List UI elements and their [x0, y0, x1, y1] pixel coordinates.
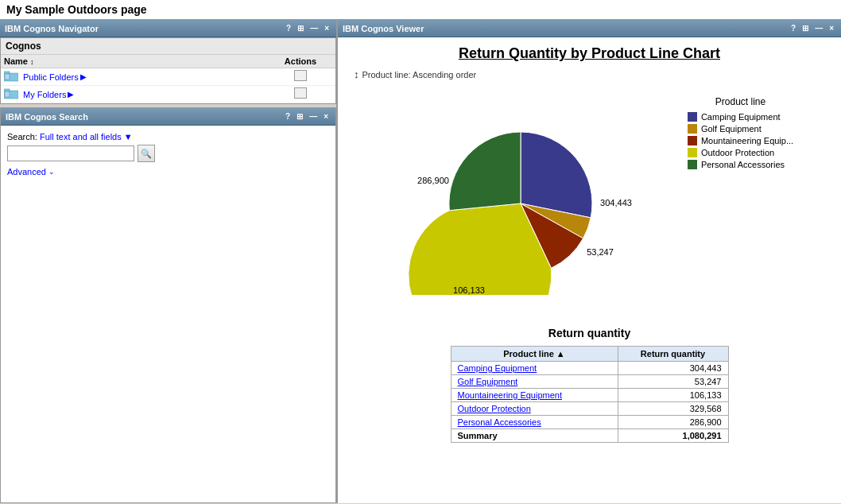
search-label: Search: Full text and all fields ▼ — [7, 132, 329, 142]
pie-chart: 304,443 53,247 106,133 329,568 286,900 — [386, 88, 664, 311]
table-title: Return quantity — [370, 327, 809, 339]
search-button[interactable]: 🔍 — [138, 145, 155, 162]
search-header: IBM Cognos Search ? ⊞ — × — [1, 108, 335, 126]
public-folders-arrow: ▶ — [80, 72, 87, 81]
legend-color-camping — [688, 112, 697, 122]
th-product-line: Product line ▲ — [451, 347, 618, 362]
link-golf[interactable]: Golf Equipment — [458, 377, 518, 386]
folder-row-my: My Folders ▶ — [1, 86, 335, 103]
navigator-body: Cognos Name ↕ Actions — [0, 37, 336, 104]
table-summary-row: Summary 1,080,291 — [451, 429, 728, 443]
right-panel: IBM Cognos Viewer ? ⊞ — × Return Quantit… — [338, 20, 841, 503]
label-outdoor: 329,568 — [409, 293, 441, 295]
search-close-icon[interactable]: × — [321, 110, 331, 122]
col-name-header: Name ↕ — [4, 56, 269, 66]
table-row: Personal Accessories 286,900 — [451, 416, 728, 429]
pie-slice-camping — [521, 132, 592, 218]
search-dropdown-icon[interactable]: ▼ — [124, 132, 133, 142]
search-type-link[interactable]: Full text and all fields — [40, 132, 124, 142]
legend-item-camping: Camping Equipment — [688, 112, 793, 122]
legend-item-personal: Personal Accessories — [688, 160, 793, 169]
my-folders-arrow: ▶ — [68, 90, 74, 99]
page-title: My Sample Outdoors page — [0, 0, 841, 20]
link-mountaineering[interactable]: Mountaineering Equipment — [458, 390, 562, 400]
public-folders-link[interactable]: Public Folders ▶ — [23, 72, 269, 82]
pie-svg: 304,443 53,247 106,133 329,568 286,900 — [386, 88, 656, 295]
legend-title: Product line — [688, 96, 793, 107]
public-folders-action-icon[interactable] — [294, 70, 307, 81]
svg-rect-4 — [4, 89, 10, 91]
table-row: Camping Equipment 304,443 — [451, 362, 728, 375]
col-actions-header: Actions — [269, 56, 332, 66]
viewer-header: IBM Cognos Viewer ? ⊞ — × — [338, 20, 841, 37]
chart-container: 304,443 53,247 106,133 329,568 286,900 P… — [354, 88, 825, 311]
table-row: Outdoor Protection 329,568 — [451, 402, 728, 416]
navigator-panel: IBM Cognos Navigator ? ⊞ — × Cognos Name… — [0, 20, 336, 104]
navigator-close-icon[interactable]: × — [322, 22, 331, 34]
navigator-export-icon[interactable]: ⊞ — [295, 22, 306, 34]
sort-icon: ↕ — [354, 68, 359, 80]
left-panel: IBM Cognos Navigator ? ⊞ — × Cognos Name… — [0, 20, 338, 503]
legend-color-personal — [688, 160, 697, 169]
table-section: Return quantity Product line ▲ Return qu… — [354, 327, 825, 459]
navigator-header: IBM Cognos Navigator ? ⊞ — × — [0, 20, 336, 37]
viewer-export-icon[interactable]: ⊞ — [800, 22, 811, 34]
legend-item-golf: Golf Equipment — [688, 124, 793, 134]
search-title: IBM Cognos Search — [6, 112, 88, 122]
viewer-help-icon[interactable]: ? — [789, 22, 798, 34]
label-mountaineering: 106,133 — [453, 285, 485, 295]
search-panel: IBM Cognos Search ? ⊞ — × Search: Full t… — [0, 107, 336, 503]
my-folders-action-icon[interactable] — [294, 87, 307, 99]
svg-rect-2 — [5, 74, 10, 79]
sort-indicator: ↕ Product line: Ascending order — [354, 68, 825, 80]
viewer-close-icon[interactable]: × — [827, 22, 836, 34]
navigator-table-header: Name ↕ Actions — [1, 55, 335, 68]
legend-color-outdoor — [688, 148, 697, 157]
search-minimize-icon[interactable]: — — [307, 110, 320, 122]
legend-color-mountaineering — [688, 136, 697, 145]
search-body: Search: Full text and all fields ▼ 🔍 Adv… — [1, 126, 335, 183]
navigator-title: IBM Cognos Navigator — [5, 24, 99, 33]
th-return-quantity: Return quantity — [618, 347, 728, 362]
data-table: Product line ▲ Return quantity Camping E… — [451, 346, 729, 443]
svg-rect-5 — [5, 91, 10, 97]
link-personal[interactable]: Personal Accessories — [458, 417, 541, 427]
public-folders-actions — [269, 70, 332, 83]
label-personal: 286,900 — [417, 176, 449, 185]
folder-row-public: Public Folders ▶ — [1, 68, 335, 86]
my-folders-link[interactable]: My Folders ▶ — [23, 90, 269, 99]
table-row: Golf Equipment 53,247 — [451, 375, 728, 389]
search-input[interactable] — [7, 145, 134, 161]
chart-area: Return Quantity by Product Line Chart ↕ … — [338, 37, 841, 503]
pie-slice-personal — [449, 132, 521, 211]
link-outdoor[interactable]: Outdoor Protection — [458, 404, 531, 413]
viewer-header-icons: ? ⊞ — × — [789, 22, 836, 34]
link-camping[interactable]: Camping Equipment — [458, 363, 537, 373]
navigator-header-icons: ? ⊞ — × — [284, 22, 331, 34]
advanced-toggle[interactable]: Advanced ⌄ — [7, 167, 329, 176]
table-header-row: Product line ▲ Return quantity — [451, 347, 728, 362]
viewer-minimize-icon[interactable]: — — [812, 22, 825, 34]
label-camping: 304,443 — [600, 198, 632, 207]
legend-item-mountaineering: Mountaineering Equip... — [688, 136, 793, 145]
navigator-help-icon[interactable]: ? — [284, 22, 293, 34]
advanced-chevron: ⌄ — [48, 168, 55, 176]
chart-title: Return Quantity by Product Line Chart — [354, 45, 825, 62]
legend-item-outdoor: Outdoor Protection — [688, 148, 793, 157]
public-folder-icon — [4, 71, 20, 83]
search-button-icon: 🔍 — [141, 149, 152, 159]
search-header-icons: ? ⊞ — × — [283, 110, 331, 122]
my-folders-actions — [269, 87, 332, 101]
label-golf: 53,247 — [587, 247, 614, 257]
cognos-label: Cognos — [1, 38, 335, 55]
search-row: 🔍 — [7, 145, 329, 162]
search-export-icon[interactable]: ⊞ — [294, 110, 305, 122]
table-row: Mountaineering Equipment 106,133 — [451, 389, 728, 402]
navigator-minimize-icon[interactable]: — — [308, 22, 320, 34]
my-folder-icon — [4, 88, 20, 101]
legend-color-golf — [688, 124, 697, 134]
svg-rect-1 — [4, 72, 10, 74]
search-help-icon[interactable]: ? — [283, 110, 293, 122]
chart-legend: Product line Camping Equipment Golf Equi… — [688, 88, 793, 172]
viewer-title: IBM Cognos Viewer — [343, 24, 424, 33]
